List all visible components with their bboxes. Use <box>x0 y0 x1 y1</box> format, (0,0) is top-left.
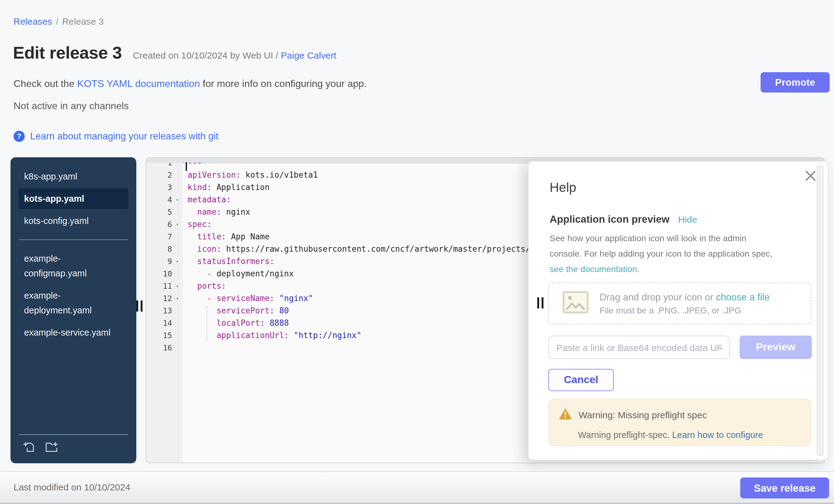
description-text: See how your application icon will look … <box>550 233 772 259</box>
new-file-icon[interactable] <box>23 440 36 456</box>
line-number: 9 <box>146 256 172 268</box>
fold-spacer <box>172 243 182 256</box>
section-title: Application icon preview <box>550 214 670 225</box>
cancel-button[interactable]: Cancel <box>548 369 614 391</box>
line-number: 4 <box>146 194 172 206</box>
line-number: 16 <box>146 342 172 354</box>
channel-status: Not active in any channels <box>14 101 129 112</box>
fold-spacer <box>172 305 182 317</box>
workspace: k8s-app.yamlkots-app.yamlkots-config.yam… <box>0 157 834 463</box>
file-list-divider <box>19 239 128 240</box>
help-panel-title: Help <box>550 180 576 195</box>
icon-url-input[interactable] <box>548 335 730 359</box>
line-number: 8 <box>146 243 172 256</box>
breadcrumb: Releases/Release 3 <box>14 16 104 26</box>
sidebar-file-example-service.yaml[interactable]: example-service.yaml <box>19 322 128 343</box>
sidebar-file-kots-app.yaml[interactable]: kots-app.yaml <box>19 188 128 209</box>
learn-how-to-configure-link[interactable]: Learn how to configure <box>672 430 763 440</box>
fold-spacer <box>172 163 182 169</box>
line-number: 14 <box>146 317 172 329</box>
new-folder-icon[interactable] <box>44 440 59 456</box>
dropzone-main-text: Drag and drop your icon or <box>599 292 716 302</box>
icon-preview-section-header: Application icon preview Hide <box>550 214 697 225</box>
indent-guide <box>207 306 207 341</box>
question-mark-icon: ? <box>14 131 25 142</box>
code-line-text: name: nginx <box>182 206 250 218</box>
fold-spacer <box>172 206 182 218</box>
sidebar-file-kots-config.yaml[interactable]: kots-config.yaml <box>19 210 128 231</box>
save-release-button[interactable]: Save release <box>740 478 829 499</box>
docs-hint-after: for more info on configuring your app. <box>200 78 367 89</box>
see-documentation-link[interactable]: see the documentation <box>550 264 637 274</box>
file-list: k8s-app.yamlkots-app.yamlkots-config.yam… <box>10 166 136 343</box>
git-help-line: ? Learn about managing your releases wit… <box>14 131 218 142</box>
sidebar-file-example-deployment.yaml[interactable]: example-deployment.yaml <box>19 285 128 321</box>
warning-triangle-icon <box>559 408 572 422</box>
fold-spacer <box>172 317 182 329</box>
sidebar-resize-handle[interactable] <box>136 301 142 311</box>
fold-spacer <box>172 342 182 354</box>
breadcrumb-releases-link[interactable]: Releases <box>14 16 52 26</box>
created-meta: Created on 10/10/2024 by Web UI / Paige … <box>133 50 336 61</box>
help-panel-resize-handle[interactable] <box>537 297 544 308</box>
code-line-text: statusInformers: <box>182 256 275 268</box>
warning-title: Warning: Missing preflight spec <box>578 410 707 420</box>
icon-url-row: Preview <box>548 335 812 359</box>
last-modified-text: Last modified on 10/10/2024 <box>14 482 130 492</box>
line-number: 10 <box>146 268 172 280</box>
created-by-link[interactable]: Paige Calvert <box>281 50 336 61</box>
close-icon[interactable] <box>803 169 818 184</box>
line-number: 6 <box>146 218 172 231</box>
code-line-text: servicePort: 80 <box>182 305 289 317</box>
promote-button[interactable]: Promote <box>761 72 830 92</box>
icon-preview-description: See how your application icon will look … <box>550 231 779 277</box>
fold-toggle-icon[interactable]: ▾ <box>172 218 182 231</box>
fold-toggle-icon[interactable]: ▾ <box>172 194 182 206</box>
kots-yaml-docs-link[interactable]: KOTS YAML documentation <box>77 78 200 89</box>
docs-hint-before: Check out the <box>14 78 77 89</box>
fold-spacer <box>172 169 182 181</box>
sidebar-file-example-configmap.yaml[interactable]: example-configmap.yaml <box>19 248 128 284</box>
code-line-text: title: App Name <box>182 231 269 243</box>
line-number: 5 <box>146 206 172 218</box>
code-line-text: apiVersion: kots.io/v1beta1 <box>182 169 318 181</box>
dropzone-file-types: File must be a .PNG, .JPEG, or .JPG <box>599 305 770 315</box>
code-line-text: localPort: 8888 <box>182 317 289 329</box>
file-sidebar: k8s-app.yamlkots-app.yamlkots-config.yam… <box>10 157 136 463</box>
code-line-text: - deployment/nginx <box>182 268 294 280</box>
line-number: 11 <box>146 280 172 292</box>
sidebar-file-k8s-app.yaml[interactable]: k8s-app.yaml <box>19 166 128 187</box>
created-text: Created on 10/10/2024 by Web UI / <box>133 50 281 61</box>
fold-spacer <box>172 181 182 194</box>
breadcrumb-separator: / <box>56 16 58 26</box>
help-panel: Help Application icon preview Hide See h… <box>528 161 829 460</box>
code-line-text: kind: Application <box>182 181 269 194</box>
line-number: 2 <box>146 169 172 181</box>
image-placeholder-icon <box>563 291 589 316</box>
fold-toggle-icon[interactable]: ▾ <box>172 256 182 268</box>
page-title: Edit release 3 <box>13 43 122 63</box>
code-line-text <box>182 342 188 354</box>
help-panel-scrollbar[interactable] <box>817 165 824 456</box>
fold-toggle-icon[interactable]: ▾ <box>172 292 182 305</box>
hide-link[interactable]: Hide <box>678 214 697 224</box>
git-releases-help-link[interactable]: Learn about managing your releases with … <box>30 131 218 142</box>
warning-body-text: Warning preflight-spec. <box>578 430 672 440</box>
breadcrumb-current: Release 3 <box>62 16 104 26</box>
icon-dropzone[interactable]: Drag and drop your icon or choose a file… <box>548 283 811 325</box>
fold-spacer <box>172 231 182 243</box>
code-line-text: metadata: <box>182 194 231 206</box>
text-cursor <box>186 162 187 171</box>
dropzone-text: Drag and drop your icon or choose a file… <box>599 292 770 315</box>
line-number: 3 <box>146 181 172 194</box>
line-number: 15 <box>146 329 172 342</box>
docs-hint-line: Check out the KOTS YAML documentation fo… <box>14 78 367 89</box>
fold-spacer <box>172 329 182 342</box>
fold-spacer <box>172 268 182 280</box>
line-number: 7 <box>146 231 172 243</box>
code-line-text: - serviceName: "nginx" <box>182 292 313 305</box>
fold-toggle-icon[interactable]: ▾ <box>172 280 182 292</box>
preview-button[interactable]: Preview <box>740 335 812 359</box>
choose-file-link[interactable]: choose a file <box>716 292 770 302</box>
line-number: 1 <box>146 163 172 169</box>
